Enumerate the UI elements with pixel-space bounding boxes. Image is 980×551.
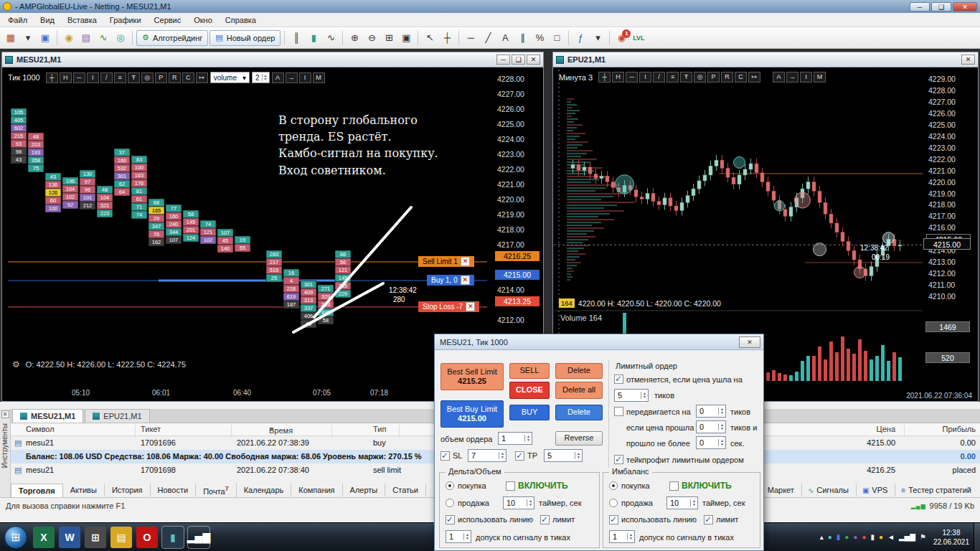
show-desktop-button[interactable]	[974, 523, 980, 551]
tab-mail[interactable]: Почта7	[196, 483, 237, 498]
tab-history[interactable]: История	[105, 484, 151, 496]
explorer-taskbar-icon[interactable]: ▤	[110, 527, 132, 548]
new-chart-icon[interactable]: ▦	[3, 30, 19, 46]
limit-checkbox[interactable]	[540, 515, 550, 524]
text-tool-icon[interactable]: A	[497, 30, 513, 46]
tray-purple-icon[interactable]: ●	[853, 533, 857, 541]
algotrading-button[interactable]: ⚙Алготрейдинг	[136, 30, 208, 46]
chart-mini-button[interactable]: M	[313, 72, 325, 83]
market-watch-icon[interactable]: ▤	[78, 30, 94, 46]
menu-item[interactable]: Графики	[103, 14, 148, 27]
sell-limit-order-label[interactable]: Sell Limit 1✕	[418, 256, 474, 267]
chart-tool-button[interactable]: ◎	[141, 72, 154, 83]
chart-window-titlebar[interactable]: EPU21,M1 ✕	[553, 52, 978, 67]
use-line-checkbox[interactable]	[446, 515, 455, 524]
elapsed-stepper[interactable]: 0▲▼	[696, 436, 726, 449]
tray-chart-icon[interactable]: ●	[828, 533, 832, 541]
chart-tool-button[interactable]: P	[155, 72, 167, 83]
volume-mode-select[interactable]: volume▾	[210, 72, 250, 83]
excel-taskbar-icon[interactable]: X	[33, 527, 55, 548]
menu-item[interactable]: Вид	[34, 14, 61, 27]
buy-radio[interactable]	[609, 481, 618, 490]
enable-checkbox[interactable]	[669, 481, 679, 491]
close-panel-icon[interactable]: ✕	[1, 410, 9, 418]
chart-tool-button[interactable]: C	[182, 72, 194, 83]
tray-network-icon[interactable]: ▂▅▇	[899, 533, 915, 541]
tray-shield-icon[interactable]: ●	[844, 533, 849, 541]
chart-tool-button[interactable]: R	[169, 72, 181, 83]
dialog-close-button[interactable]: ✕	[739, 336, 760, 348]
shapes-tool-icon[interactable]: □	[549, 30, 565, 46]
chart-minimize-button[interactable]: ─	[496, 55, 510, 65]
dialog-titlebar[interactable]: MESU21, Тик 1000	[435, 334, 763, 350]
chart-tool-button[interactable]: Ŧ	[128, 72, 140, 83]
menu-item[interactable]: Окно	[187, 14, 219, 27]
chart-mini-button[interactable]: I	[299, 72, 311, 83]
sell-radio[interactable]	[446, 499, 454, 507]
close-position-button[interactable]: CLOSE	[509, 382, 550, 399]
chart-tool-button[interactable]: ┼	[46, 72, 58, 83]
enable-checkbox[interactable]	[506, 481, 515, 491]
calculator-taskbar-icon[interactable]: ⊞	[85, 527, 106, 548]
tp-stepper[interactable]: 5▲▼	[544, 449, 583, 462]
tab-vps[interactable]: ▣VPS	[856, 484, 893, 496]
chart-mini-button[interactable]: A	[272, 72, 284, 83]
zoom-out-icon[interactable]: ⊖	[364, 30, 380, 46]
toolbox-strip[interactable]: ✕ Инструменты	[0, 409, 11, 497]
tolerance-stepper[interactable]: 1▲▼	[446, 530, 471, 543]
tray-flag-icon[interactable]: ⚑	[920, 533, 926, 541]
line-chart-icon[interactable]: ∿	[323, 30, 339, 46]
close-button[interactable]: ✕	[953, 2, 977, 11]
tray-volume-icon[interactable]: ◄	[887, 533, 895, 541]
tab-assets[interactable]: Активы	[63, 484, 105, 496]
close-order-icon[interactable]: ✕	[461, 257, 470, 266]
sl-checkbox[interactable]	[440, 451, 450, 461]
chart-dropdown-icon[interactable]: ▾	[20, 30, 36, 46]
buy-position-label[interactable]: Buy 1, 0✕	[427, 275, 474, 286]
candles-chart-icon[interactable]: ▮	[306, 30, 321, 46]
buy-button[interactable]: BUY	[509, 405, 550, 420]
hline-tool-icon[interactable]: ─	[463, 30, 479, 46]
col-type[interactable]: Тип	[373, 425, 386, 433]
tab-articles[interactable]: Статьи	[385, 484, 426, 496]
passed-ticks-stepper[interactable]: 0▲▼	[696, 420, 726, 433]
tab-calendar[interactable]: Календарь	[237, 484, 292, 496]
chart-tool-button[interactable]: ↦	[196, 72, 208, 83]
tray-white-icon[interactable]: ▮	[870, 533, 875, 541]
tile-windows-icon[interactable]: ⊞	[381, 30, 397, 46]
menu-item[interactable]: Файл	[1, 14, 34, 27]
chart-close-button[interactable]: ✕	[961, 55, 975, 65]
menu-item[interactable]: Сервис	[148, 14, 188, 27]
chart-tool-button[interactable]: I	[87, 72, 99, 83]
reverse-button[interactable]: Reverse	[555, 431, 603, 446]
tab-trade[interactable]: Торговля	[11, 484, 63, 497]
tab-news[interactable]: Новости	[151, 484, 197, 496]
network-app-taskbar-icon[interactable]: ▂▅▇	[188, 527, 209, 548]
best-sell-limit-button[interactable]: Best Sell Limit4215.25	[440, 363, 504, 390]
col-profit[interactable]: Прибыль	[933, 425, 976, 433]
metatrader-taskbar-icon[interactable]: ▮	[162, 527, 184, 548]
cancel-ticks-stepper[interactable]: 5▲▼	[614, 389, 649, 402]
sell-button[interactable]: SELL	[509, 363, 550, 379]
zoom-in-icon[interactable]: ⊕	[347, 30, 362, 46]
taskbar-clock[interactable]: 12:38 22.06.2021	[933, 528, 969, 547]
start-button[interactable]: ⊞	[4, 526, 27, 549]
tray-app-blue-icon[interactable]: ▮	[837, 533, 841, 541]
menu-item[interactable]: Вставка	[61, 14, 103, 27]
use-line-checkbox[interactable]	[609, 515, 618, 524]
arrange-windows-icon[interactable]: ▣	[398, 30, 414, 46]
minimize-button[interactable]: ─	[910, 2, 930, 11]
delete-all-button[interactable]: Delete all	[555, 382, 603, 399]
chart-tool-button[interactable]: H	[60, 72, 72, 83]
stop-loss-label[interactable]: Stop Loss -7✕	[418, 301, 479, 312]
tp-limit-checkbox[interactable]	[614, 455, 623, 464]
tray-red-icon[interactable]: ●	[862, 533, 866, 541]
timeframes-icon[interactable]: ▾	[590, 30, 606, 46]
coins-icon[interactable]: ◉	[61, 30, 77, 46]
word-taskbar-icon[interactable]: W	[59, 527, 80, 548]
opera-taskbar-icon[interactable]: O	[136, 527, 158, 548]
limit-checkbox[interactable]	[704, 515, 713, 524]
col-symbol[interactable]: Символ	[26, 425, 55, 433]
tab-alerts[interactable]: Алерты	[343, 484, 386, 496]
close-order-icon[interactable]: ✕	[466, 302, 475, 311]
